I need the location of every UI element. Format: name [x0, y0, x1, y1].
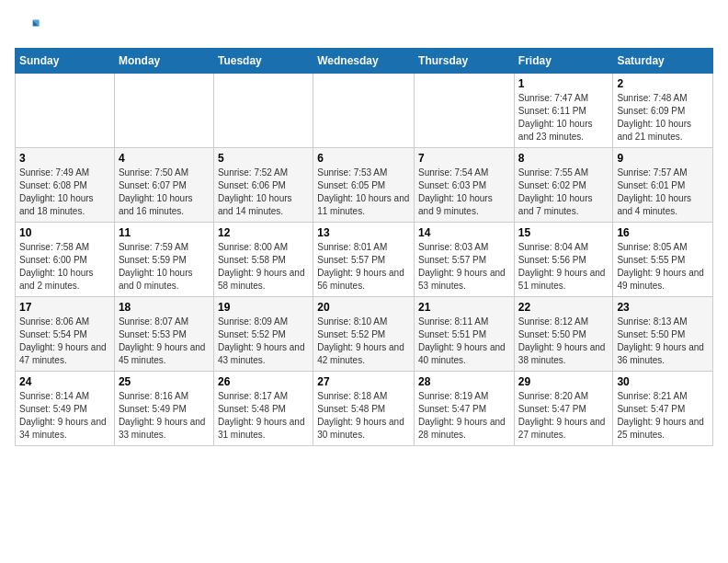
- weekday-header: Sunday: [16, 49, 115, 74]
- day-number: 30: [617, 375, 709, 388]
- calendar-cell: 22Sunrise: 8:12 AM Sunset: 5:50 PM Dayli…: [514, 297, 613, 372]
- day-info: Sunrise: 8:16 AM Sunset: 5:49 PM Dayligh…: [119, 390, 210, 442]
- calendar-cell: 7Sunrise: 7:54 AM Sunset: 6:03 PM Daylig…: [415, 148, 515, 223]
- calendar-cell: 14Sunrise: 8:03 AM Sunset: 5:57 PM Dayli…: [415, 223, 515, 297]
- calendar-cell: 15Sunrise: 8:04 AM Sunset: 5:56 PM Dayli…: [514, 223, 613, 297]
- day-number: 4: [119, 152, 210, 165]
- day-info: Sunrise: 7:54 AM Sunset: 6:03 PM Dayligh…: [418, 167, 510, 218]
- day-info: Sunrise: 8:10 AM Sunset: 5:52 PM Dayligh…: [317, 316, 410, 367]
- day-info: Sunrise: 8:19 AM Sunset: 5:47 PM Dayligh…: [418, 390, 510, 442]
- calendar-cell: 5Sunrise: 7:52 AM Sunset: 6:06 PM Daylig…: [213, 148, 313, 223]
- calendar-cell: 12Sunrise: 8:00 AM Sunset: 5:58 PM Dayli…: [213, 223, 313, 297]
- calendar-cell: 23Sunrise: 8:13 AM Sunset: 5:50 PM Dayli…: [613, 297, 713, 372]
- calendar-cell: [114, 74, 213, 148]
- calendar-cell: [16, 74, 115, 148]
- day-info: Sunrise: 8:09 AM Sunset: 5:52 PM Dayligh…: [218, 316, 309, 367]
- day-info: Sunrise: 8:18 AM Sunset: 5:48 PM Dayligh…: [317, 390, 410, 442]
- logo-icon: [15, 15, 40, 40]
- day-info: Sunrise: 7:58 AM Sunset: 6:00 PM Dayligh…: [19, 241, 110, 293]
- day-number: 3: [19, 152, 110, 165]
- day-info: Sunrise: 7:49 AM Sunset: 6:08 PM Dayligh…: [19, 167, 110, 218]
- day-info: Sunrise: 8:14 AM Sunset: 5:49 PM Dayligh…: [19, 390, 110, 442]
- day-number: 17: [19, 301, 110, 314]
- day-number: 22: [518, 301, 609, 314]
- day-info: Sunrise: 8:05 AM Sunset: 5:55 PM Dayligh…: [617, 241, 709, 293]
- day-number: 16: [617, 226, 709, 239]
- day-info: Sunrise: 8:07 AM Sunset: 5:53 PM Dayligh…: [119, 316, 210, 367]
- day-info: Sunrise: 8:20 AM Sunset: 5:47 PM Dayligh…: [518, 390, 609, 442]
- calendar-week-row: 3Sunrise: 7:49 AM Sunset: 6:08 PM Daylig…: [16, 148, 713, 223]
- day-info: Sunrise: 7:59 AM Sunset: 5:59 PM Dayligh…: [119, 241, 210, 293]
- weekday-header: Saturday: [613, 49, 713, 74]
- calendar-table: SundayMondayTuesdayWednesdayThursdayFrid…: [15, 48, 713, 446]
- day-info: Sunrise: 7:50 AM Sunset: 6:07 PM Dayligh…: [119, 167, 210, 218]
- calendar-week-row: 10Sunrise: 7:58 AM Sunset: 6:00 PM Dayli…: [16, 223, 713, 297]
- day-info: Sunrise: 8:12 AM Sunset: 5:50 PM Dayligh…: [518, 316, 609, 367]
- day-number: 12: [218, 226, 309, 239]
- day-number: 7: [418, 152, 510, 165]
- weekday-header: Tuesday: [213, 49, 313, 74]
- day-info: Sunrise: 7:57 AM Sunset: 6:01 PM Dayligh…: [617, 167, 709, 218]
- calendar-cell: 24Sunrise: 8:14 AM Sunset: 5:49 PM Dayli…: [16, 372, 115, 446]
- calendar-cell: [213, 74, 313, 148]
- day-number: 18: [119, 301, 210, 314]
- calendar-cell: [313, 74, 415, 148]
- weekday-header: Thursday: [415, 49, 515, 74]
- day-info: Sunrise: 8:00 AM Sunset: 5:58 PM Dayligh…: [218, 241, 309, 293]
- calendar-cell: 19Sunrise: 8:09 AM Sunset: 5:52 PM Dayli…: [213, 297, 313, 372]
- day-info: Sunrise: 8:01 AM Sunset: 5:57 PM Dayligh…: [317, 241, 410, 293]
- calendar-cell: 13Sunrise: 8:01 AM Sunset: 5:57 PM Dayli…: [313, 223, 415, 297]
- weekday-header: Wednesday: [313, 49, 415, 74]
- day-info: Sunrise: 7:53 AM Sunset: 6:05 PM Dayligh…: [317, 167, 410, 218]
- weekday-header: Friday: [514, 49, 613, 74]
- day-number: 8: [518, 152, 609, 165]
- day-number: 15: [518, 226, 609, 239]
- day-info: Sunrise: 8:04 AM Sunset: 5:56 PM Dayligh…: [518, 241, 609, 293]
- weekday-header: Monday: [114, 49, 213, 74]
- logo: [15, 15, 44, 40]
- calendar-week-row: 24Sunrise: 8:14 AM Sunset: 5:49 PM Dayli…: [16, 372, 713, 446]
- day-info: Sunrise: 7:52 AM Sunset: 6:06 PM Dayligh…: [218, 167, 309, 218]
- calendar-cell: 6Sunrise: 7:53 AM Sunset: 6:05 PM Daylig…: [313, 148, 415, 223]
- calendar-cell: 29Sunrise: 8:20 AM Sunset: 5:47 PM Dayli…: [514, 372, 613, 446]
- day-number: 21: [418, 301, 510, 314]
- day-number: 28: [418, 375, 510, 388]
- day-number: 9: [617, 152, 709, 165]
- calendar-cell: 28Sunrise: 8:19 AM Sunset: 5:47 PM Dayli…: [415, 372, 515, 446]
- calendar-cell: 9Sunrise: 7:57 AM Sunset: 6:01 PM Daylig…: [613, 148, 713, 223]
- calendar-cell: 26Sunrise: 8:17 AM Sunset: 5:48 PM Dayli…: [213, 372, 313, 446]
- calendar-week-row: 1Sunrise: 7:47 AM Sunset: 6:11 PM Daylig…: [16, 74, 713, 148]
- day-number: 25: [119, 375, 210, 388]
- day-number: 11: [119, 226, 210, 239]
- calendar-cell: 18Sunrise: 8:07 AM Sunset: 5:53 PM Dayli…: [114, 297, 213, 372]
- day-number: 20: [317, 301, 410, 314]
- calendar-cell: 1Sunrise: 7:47 AM Sunset: 6:11 PM Daylig…: [514, 74, 613, 148]
- day-number: 2: [617, 77, 709, 90]
- day-number: 5: [218, 152, 309, 165]
- day-number: 1: [518, 77, 609, 90]
- day-info: Sunrise: 7:55 AM Sunset: 6:02 PM Dayligh…: [518, 167, 609, 218]
- day-number: 24: [19, 375, 110, 388]
- calendar-cell: 3Sunrise: 7:49 AM Sunset: 6:08 PM Daylig…: [16, 148, 115, 223]
- day-number: 27: [317, 375, 410, 388]
- page-header: [15, 15, 713, 40]
- calendar-cell: 25Sunrise: 8:16 AM Sunset: 5:49 PM Dayli…: [114, 372, 213, 446]
- day-number: 19: [218, 301, 309, 314]
- day-number: 13: [317, 226, 410, 239]
- day-info: Sunrise: 8:03 AM Sunset: 5:57 PM Dayligh…: [418, 241, 510, 293]
- calendar-cell: 2Sunrise: 7:48 AM Sunset: 6:09 PM Daylig…: [613, 74, 713, 148]
- day-number: 29: [518, 375, 609, 388]
- calendar-cell: [415, 74, 515, 148]
- calendar-cell: 27Sunrise: 8:18 AM Sunset: 5:48 PM Dayli…: [313, 372, 415, 446]
- calendar-cell: 11Sunrise: 7:59 AM Sunset: 5:59 PM Dayli…: [114, 223, 213, 297]
- day-info: Sunrise: 8:11 AM Sunset: 5:51 PM Dayligh…: [418, 316, 510, 367]
- svg-rect-0: [15, 15, 40, 40]
- calendar-cell: 17Sunrise: 8:06 AM Sunset: 5:54 PM Dayli…: [16, 297, 115, 372]
- day-info: Sunrise: 8:21 AM Sunset: 5:47 PM Dayligh…: [617, 390, 709, 442]
- day-number: 10: [19, 226, 110, 239]
- day-info: Sunrise: 8:06 AM Sunset: 5:54 PM Dayligh…: [19, 316, 110, 367]
- day-number: 26: [218, 375, 309, 388]
- day-info: Sunrise: 7:47 AM Sunset: 6:11 PM Dayligh…: [518, 92, 609, 144]
- day-info: Sunrise: 7:48 AM Sunset: 6:09 PM Dayligh…: [617, 92, 709, 144]
- weekday-header-row: SundayMondayTuesdayWednesdayThursdayFrid…: [16, 49, 713, 74]
